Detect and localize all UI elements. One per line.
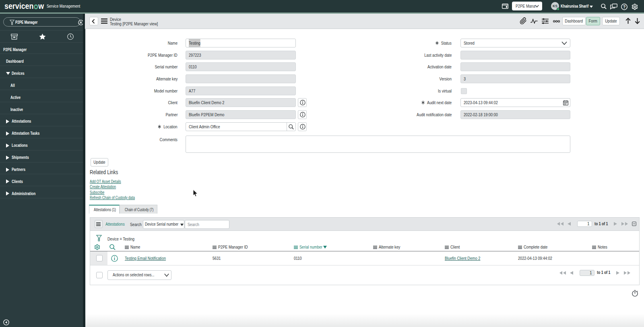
svg-text:?: ? bbox=[623, 5, 625, 9]
